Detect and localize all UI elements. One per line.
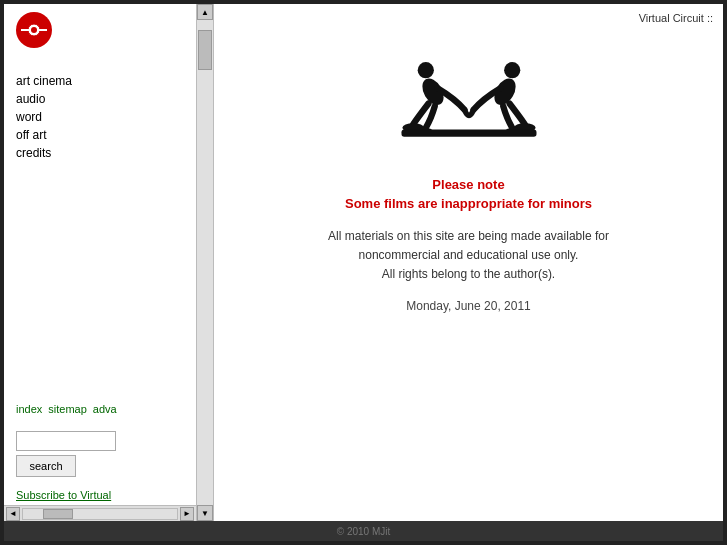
notice-subtitle: Some films are inappropriate for minors: [345, 196, 592, 211]
date-text: Monday, June 20, 2011: [406, 299, 531, 313]
scroll-right-btn[interactable]: ►: [180, 507, 194, 521]
scroll-thumb[interactable]: [198, 30, 212, 70]
vertical-scrollbar: ▲ ▼: [196, 4, 214, 521]
nav-art-cinema[interactable]: art cinema: [16, 74, 184, 88]
scroll-left-btn[interactable]: ◄: [6, 507, 20, 521]
nav-credits[interactable]: credits: [16, 146, 184, 160]
subscribe-link[interactable]: Subscribe to Virtual: [4, 485, 196, 505]
nav-word[interactable]: word: [16, 110, 184, 124]
notice-line3: All rights belong to the author(s).: [382, 267, 555, 281]
sitemap-link[interactable]: sitemap: [48, 403, 87, 415]
advanced-link[interactable]: adva: [93, 403, 117, 415]
nav-menu: art cinema audio word off art credits: [4, 64, 196, 170]
scroll-track[interactable]: [197, 20, 213, 505]
main-content: Virtual Circuit ::: [214, 4, 723, 521]
svg-point-3: [31, 27, 37, 33]
search-button[interactable]: search: [16, 455, 76, 477]
notice-title: Please note: [432, 177, 504, 192]
search-input[interactable]: [16, 431, 116, 451]
nav-off-art[interactable]: off art: [16, 128, 184, 142]
horizontal-scrollbar: ◄ ►: [4, 505, 196, 521]
notice-body: All materials on this site are being mad…: [328, 227, 609, 285]
svg-point-4: [417, 62, 433, 78]
h-scroll-thumb[interactable]: [43, 509, 73, 519]
scroll-up-btn[interactable]: ▲: [197, 4, 213, 20]
scroll-down-btn[interactable]: ▼: [197, 505, 213, 521]
svg-rect-12: [401, 130, 536, 137]
nav-audio[interactable]: audio: [16, 92, 184, 106]
footer-text: © 2010 MJit: [337, 526, 391, 537]
notice-line2: noncommercial and educational use only.: [359, 248, 579, 262]
site-title: Virtual Circuit ::: [639, 12, 713, 24]
logo[interactable]: [16, 12, 52, 48]
index-link[interactable]: index: [16, 403, 42, 415]
bottom-links: index sitemap adva: [4, 395, 196, 423]
svg-point-8: [504, 62, 520, 78]
h-scroll-track[interactable]: [22, 508, 178, 520]
logo-area: [4, 4, 196, 64]
hero-image: [379, 44, 559, 157]
notice-line1: All materials on this site are being mad…: [328, 229, 609, 243]
footer-bar: © 2010 MJit: [4, 521, 723, 541]
search-area: search: [4, 423, 196, 485]
